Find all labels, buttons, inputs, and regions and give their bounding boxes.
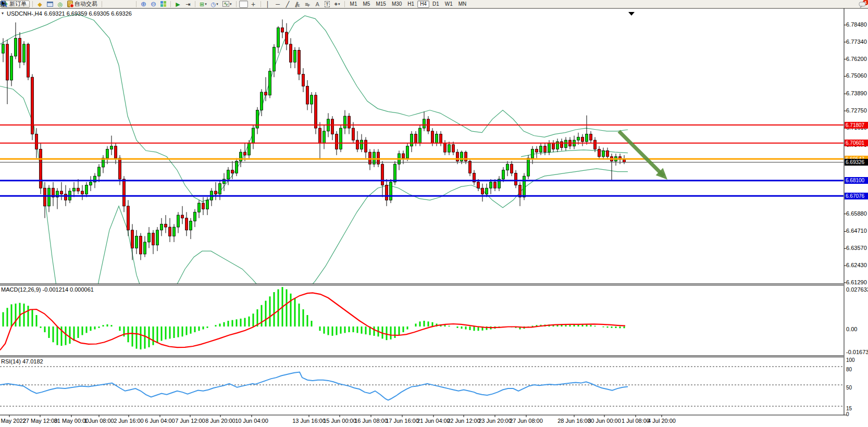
line-chart-button[interactable] xyxy=(125,1,133,8)
search-button[interactable] xyxy=(848,1,857,8)
candle-body xyxy=(106,149,109,158)
candle-body xyxy=(185,218,188,230)
shapes-icon: ◆ xyxy=(334,1,338,7)
timeframe-button-H1[interactable]: H1 xyxy=(405,1,417,8)
rsi-axis-label: 15 xyxy=(846,406,852,411)
price-tick-label: 6.72750 xyxy=(846,108,867,114)
metaeditor-icon[interactable]: ◆ xyxy=(35,1,44,8)
periods-button[interactable]: ◷ ▾ xyxy=(209,1,220,8)
candle-body xyxy=(598,149,601,156)
time-axis-label: 1 Jul 08:00 xyxy=(622,418,650,424)
time-axis-label: 21 Jun 04:00 xyxy=(417,418,450,424)
candle-body xyxy=(565,140,567,147)
candle-body xyxy=(590,134,592,141)
price-tick-label: 6.76200 xyxy=(846,56,867,62)
notifications-button[interactable]: 1 xyxy=(858,1,867,8)
candle-body xyxy=(623,160,626,162)
tile-windows-button[interactable] xyxy=(159,1,168,8)
terminal-icon xyxy=(47,2,53,7)
timeframe-button-M15[interactable]: M15 xyxy=(373,1,388,8)
candle-body xyxy=(411,134,413,146)
candle-body xyxy=(561,142,563,148)
candle-body xyxy=(252,128,255,143)
candle-body xyxy=(90,182,92,185)
candle-body xyxy=(127,206,130,230)
cursor-button[interactable] xyxy=(239,1,248,8)
candle-body xyxy=(365,140,367,152)
candle-body xyxy=(340,128,342,149)
shapes-button[interactable]: ◆ ▾ xyxy=(333,1,342,8)
candle-body xyxy=(77,188,80,191)
equidistant-channel-button[interactable]: ∥ E xyxy=(293,1,302,8)
candle-body xyxy=(60,191,63,194)
candle-body xyxy=(386,185,388,200)
price-tick-label: 6.77340 xyxy=(846,39,867,45)
price-tick-label: 6.61290 xyxy=(846,280,867,285)
candle-body xyxy=(44,188,46,206)
timeframe-button-MN[interactable]: MN xyxy=(456,1,469,8)
timeframe-button-M30[interactable]: M30 xyxy=(389,1,404,8)
autotrading-label: 自动交易 xyxy=(75,0,97,8)
candle-body xyxy=(311,95,313,104)
candle-body xyxy=(577,137,580,140)
candle-body xyxy=(261,92,263,110)
chart-shift-icon[interactable]: ⇥ xyxy=(183,1,192,8)
candle-body xyxy=(306,86,309,104)
candle-body xyxy=(35,134,38,149)
chevron-down-icon: ▾ xyxy=(230,2,232,6)
candle-body xyxy=(23,44,26,62)
terminal-button[interactable] xyxy=(45,1,55,8)
vertical-line-button[interactable]: │ xyxy=(264,1,272,8)
indicators-button[interactable]: ⊞ ▾ xyxy=(198,1,208,8)
candle-body xyxy=(486,188,488,194)
auto-scroll-icon[interactable]: ▶ xyxy=(173,1,182,8)
candle-body xyxy=(548,143,551,152)
timeframe-group: M1M5M15M30H1H4D1W1MN xyxy=(348,1,469,8)
trendline-button[interactable]: ╱ xyxy=(283,1,292,8)
price-tick-label: 6.78480 xyxy=(846,22,867,28)
chart-canvas[interactable] xyxy=(0,0,868,427)
time-axis-label: 10 Jun 04:00 xyxy=(235,418,268,424)
expand-arrow-icon[interactable]: ▾ xyxy=(2,10,4,17)
trend-arrow[interactable] xyxy=(619,131,664,176)
rsi-label: RSI(14) 47.0182 xyxy=(1,358,43,365)
timeframe-button-W1[interactable]: W1 xyxy=(442,1,455,8)
fibonacci-button[interactable]: ≡ F xyxy=(303,1,312,8)
crosshair-button[interactable]: + xyxy=(249,1,258,8)
candle-body xyxy=(85,185,88,194)
horizontal-line-button[interactable]: ─ xyxy=(274,1,282,8)
candle-body xyxy=(515,173,517,185)
bar-chart-button[interactable] xyxy=(105,1,114,8)
zoom-out-icon[interactable]: ⊖ xyxy=(149,1,158,8)
candle-body xyxy=(177,215,180,227)
time-axis-label: 4 Jul 20:00 xyxy=(648,418,676,424)
zoom-in-icon[interactable]: ⊕ xyxy=(139,1,148,8)
candle-body xyxy=(452,145,455,152)
price-tick-label: 6.65880 xyxy=(846,211,867,217)
candle-body xyxy=(294,50,296,62)
signals-icon[interactable]: ◎ xyxy=(56,1,65,8)
text-label-button[interactable]: T xyxy=(323,1,332,8)
candle-body xyxy=(540,146,542,153)
candle-body xyxy=(140,236,142,254)
time-axis-label: 16 Jun 08:00 xyxy=(354,418,388,424)
candle-body xyxy=(465,152,467,161)
timeframe-button-M1[interactable]: M1 xyxy=(348,1,360,8)
timeframe-button-M5[interactable]: M5 xyxy=(361,1,373,8)
candle-body xyxy=(173,227,176,236)
candle-body xyxy=(394,164,396,182)
tile-windows-icon xyxy=(160,1,166,7)
candle-body xyxy=(119,158,121,179)
autotrading-button[interactable]: 自动交易 xyxy=(66,1,99,8)
candle-body xyxy=(315,95,317,128)
candlestick-chart-button[interactable] xyxy=(115,1,123,8)
candle-body xyxy=(531,149,534,158)
timeframe-button-D1[interactable]: D1 xyxy=(430,1,442,8)
candle-body xyxy=(281,28,284,32)
candle-body xyxy=(244,152,246,155)
text-tool-button[interactable]: A xyxy=(313,1,322,8)
timeframe-button-H4[interactable]: H4 xyxy=(417,1,429,8)
time-axis-label: 28 Jun 16:00 xyxy=(557,418,591,424)
templates-button[interactable]: ∿ ▾ xyxy=(221,1,233,8)
candle-body xyxy=(440,134,442,143)
